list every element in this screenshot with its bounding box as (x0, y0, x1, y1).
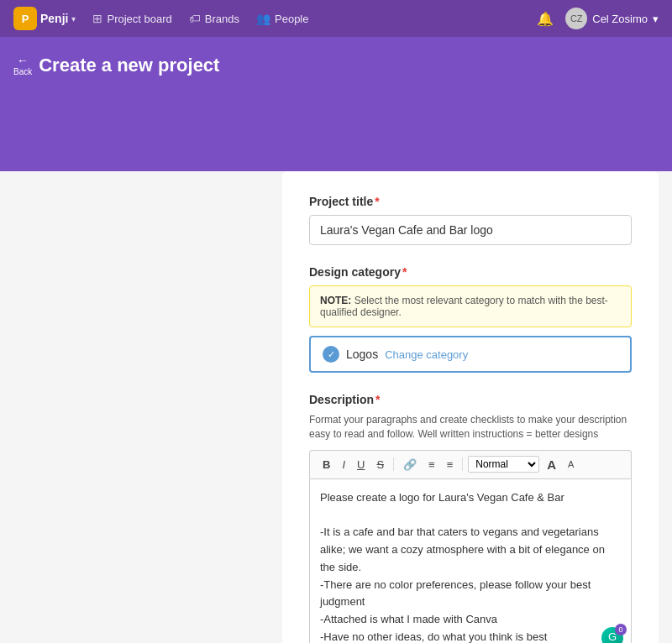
page-container: ← Back Create a new project (0, 54, 672, 76)
bold-button[interactable]: B (318, 457, 334, 473)
user-dropdown-caret: ▾ (653, 13, 659, 25)
project-title-section: Project title* (309, 195, 632, 245)
nav-item-brands-label: Brands (205, 13, 239, 25)
required-star: * (402, 265, 407, 279)
user-menu[interactable]: CZ Cel Zosimo ▾ (565, 8, 659, 29)
form-card: Project title* Design category* NOTE: Se… (148, 171, 659, 643)
description-section: Description* Format your paragraphs and … (309, 393, 632, 643)
main-card-inner: Project title* Design category* NOTE: Se… (282, 171, 659, 643)
ai-assistant-button[interactable]: G 0 (601, 626, 624, 643)
text-size-down-button[interactable]: A (564, 457, 578, 471)
nav-item-project-board-label: Project board (107, 13, 171, 25)
description-line-2: -It is a cafe and bar that caters to veg… (320, 524, 621, 576)
description-editor[interactable]: Please create a logo for Laura's Vegan C… (309, 478, 632, 643)
penji-logo-text: Penji (40, 12, 68, 25)
nav-item-project-board[interactable]: ⊞ Project board (92, 12, 171, 25)
project-title-label: Project title* (309, 195, 632, 208)
text-size-up-button[interactable]: A (543, 456, 560, 473)
toolbar-separator (462, 457, 463, 471)
content-area: What to include ⊕ ✓ Clear description of… (0, 171, 672, 643)
unordered-list-button[interactable]: ≡ (424, 457, 439, 473)
note-text: Select the most relevant category to mat… (320, 295, 608, 318)
nav-logo[interactable]: P Penji ▾ (13, 7, 76, 30)
people-icon: 👥 (256, 12, 270, 25)
italic-button[interactable]: I (338, 457, 349, 473)
avatar: CZ (565, 8, 587, 29)
notification-bell-icon[interactable]: 🔔 (537, 11, 554, 27)
description-subtitle: Format your paragraphs and create checkl… (309, 413, 632, 442)
project-board-icon: ⊞ (92, 12, 102, 25)
description-line-3: -There are no color preferences, please … (320, 577, 621, 612)
nav-right: 🔔 CZ Cel Zosimo ▾ (537, 8, 659, 29)
note-label: NOTE: (320, 295, 351, 306)
description-label: Description* (309, 393, 632, 406)
category-selected-row: ✓ Logos Change category (309, 336, 632, 373)
content-inner: What to include ⊕ ✓ Clear description of… (0, 171, 672, 643)
toolbar-separator (393, 457, 394, 471)
user-name: Cel Zosimo (592, 13, 648, 25)
nav-item-people[interactable]: 👥 People (256, 12, 308, 25)
back-row: ← Back Create a new project (13, 54, 659, 76)
change-category-link[interactable]: Change category (385, 348, 468, 361)
ai-badge: 0 (615, 624, 627, 635)
project-title-input[interactable] (309, 215, 632, 245)
description-line-1: Please create a logo for Laura's Vegan C… (320, 489, 621, 507)
category-note-box: NOTE: Select the most relevant category … (309, 285, 632, 327)
back-label: Back (13, 67, 32, 76)
design-category-section: Design category* NOTE: Select the most r… (309, 265, 632, 373)
required-star: * (375, 393, 380, 406)
ai-circle-icon: G 0 (601, 627, 623, 643)
logo-dropdown-caret: ▾ (71, 14, 76, 24)
design-category-label: Design category* (309, 265, 632, 279)
link-button[interactable]: 🔗 (399, 457, 421, 473)
nav-item-people-label: People (275, 13, 308, 25)
description-line-4: -Attached is what I made with Canva (320, 611, 621, 629)
back-button[interactable]: ← Back (13, 54, 32, 76)
category-name: Logos (346, 348, 378, 361)
editor-toolbar: B I U S 🔗 ≡ ≡ Normal Heading 1 Heading 2 (309, 450, 632, 478)
nav-items: ⊞ Project board 🏷 Brands 👥 People (92, 12, 537, 25)
brands-icon: 🏷 (189, 12, 201, 25)
strikethrough-button[interactable]: S (372, 457, 388, 473)
required-star: * (375, 195, 379, 208)
navbar: P Penji ▾ ⊞ Project board 🏷 Brands 👥 Peo… (0, 0, 672, 37)
page-title: Create a new project (39, 55, 219, 76)
format-select[interactable]: Normal Heading 1 Heading 2 (468, 456, 539, 473)
back-arrow-icon: ← (17, 54, 29, 67)
ordered-list-button[interactable]: ≡ (443, 457, 458, 473)
description-line-5: -Have no other ideas, do what you think … (320, 629, 621, 643)
category-check-icon: ✓ (323, 346, 339, 363)
penji-logo-icon: P (13, 7, 37, 30)
underline-button[interactable]: U (353, 457, 369, 473)
nav-item-brands[interactable]: 🏷 Brands (189, 12, 239, 25)
